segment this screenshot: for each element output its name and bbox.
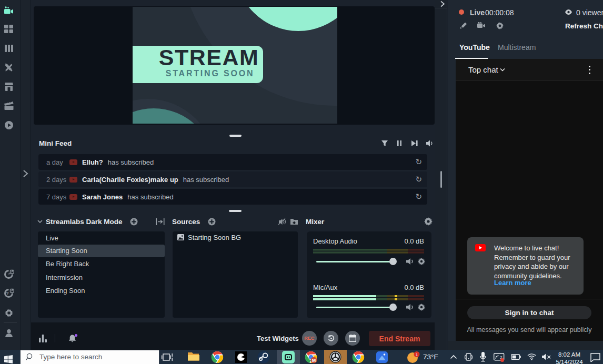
svg-text:STARTING SOON: STARTING SOON	[166, 69, 255, 78]
svg-text:1: 1	[416, 352, 418, 357]
svg-text:?: ?	[6, 291, 9, 296]
svg-text:M: M	[312, 358, 316, 363]
svg-text:STREAM: STREAM	[159, 45, 259, 70]
